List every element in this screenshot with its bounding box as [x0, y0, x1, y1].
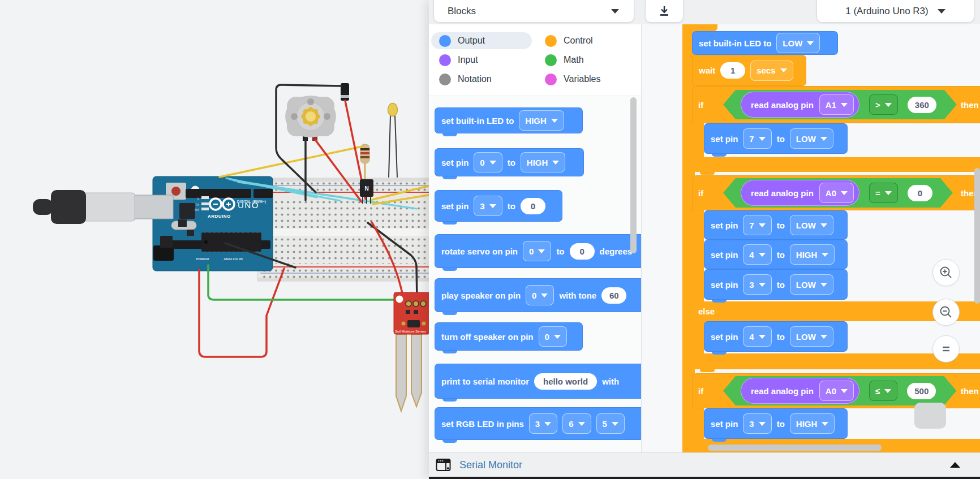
dropdown[interactable]: 0 — [539, 326, 567, 347]
c-block-spine[interactable] — [692, 321, 704, 353]
dropdown[interactable]: A1 — [819, 94, 854, 115]
workspace-block-set-pin-4-high[interactable]: set pin4toHIGH — [704, 240, 848, 269]
dropdown[interactable]: 3 — [474, 196, 502, 216]
value-input[interactable]: 0 — [570, 243, 595, 260]
block-label: rotate servo on pin — [441, 247, 518, 256]
dropdown[interactable]: 0 — [474, 152, 502, 172]
dc-motor[interactable] — [285, 96, 336, 141]
value-input[interactable]: 0 — [908, 185, 932, 201]
dropdown[interactable]: HIGH — [521, 152, 566, 172]
value-input[interactable]: 360 — [908, 97, 936, 113]
editor-mode-dropdown[interactable]: Blocks — [433, 0, 634, 23]
category-math[interactable]: Math — [537, 51, 638, 68]
dropdown[interactable]: 3 — [743, 413, 771, 434]
workspace-block-set-pin-7-low-2[interactable]: set pin7toLOW — [704, 210, 848, 240]
read-analog-pin-block[interactable]: read analog pinA0 — [741, 378, 859, 404]
dropdown[interactable]: 7 — [743, 128, 771, 149]
resistor[interactable] — [360, 144, 369, 180]
condition-hexagon[interactable]: read analog pinA0≤500 — [723, 376, 956, 405]
soil-moisture-sensor[interactable]: Soil Moisture Sensor — [394, 292, 430, 411]
read-analog-pin-block[interactable]: read analog pinA1 — [741, 92, 859, 118]
dropdown[interactable]: 0 — [523, 241, 551, 261]
workspace-block-set-built-in-led-low[interactable]: set built-in LED toLOW — [692, 31, 838, 55]
workspace-block-set-pin-3-low[interactable]: set pin3toLOW — [704, 269, 848, 300]
zoom-in-button[interactable] — [932, 259, 960, 286]
wire-red[interactable] — [199, 269, 284, 357]
dropdown[interactable]: LOW — [790, 326, 833, 347]
workspace-block-set-pin-4-low[interactable]: set pin4toLOW — [704, 321, 848, 352]
dropdown[interactable]: 3 — [529, 413, 557, 434]
value-input[interactable]: hello world — [534, 373, 597, 390]
comparison-dropdown[interactable]: > — [869, 94, 898, 115]
palette-block-set-built-in-led[interactable]: set built-in LED toHIGH — [435, 107, 583, 133]
dropdown[interactable]: 3 — [743, 274, 771, 295]
workspace-horizontal-scrollbar[interactable] — [708, 445, 882, 451]
dropdown[interactable]: LOW — [790, 128, 833, 149]
block-label: set pin — [711, 134, 738, 144]
value-input[interactable]: 500 — [907, 383, 936, 399]
dropdown[interactable]: 5 — [596, 413, 625, 434]
dropdown[interactable]: LOW — [776, 33, 820, 53]
value-input[interactable]: 1 — [720, 62, 745, 79]
dropdown[interactable]: A0 — [819, 183, 854, 203]
palette-block-play-speaker[interactable]: play speaker on pin0with tone60 — [435, 278, 641, 312]
chevron-up-icon[interactable] — [950, 462, 960, 468]
comparison-dropdown[interactable]: ≤ — [869, 381, 897, 401]
circuit-canvas[interactable]: DIGITAL (PWM~) UNO ARDUINO L TX RX POWER… — [0, 0, 430, 479]
palette-block-print-serial[interactable]: print to serial monitorhello worldwith — [435, 364, 641, 399]
dropdown[interactable]: LOW — [790, 215, 833, 235]
palette-block-rotate-servo[interactable]: rotate servo on pin0to0degrees — [435, 234, 641, 268]
c-block-arm[interactable] — [692, 157, 980, 172]
blocks-workspace[interactable]: set built-in LED toLOWwait1secsifread an… — [641, 24, 980, 452]
category-variables[interactable]: Variables — [537, 71, 638, 88]
condition-hexagon[interactable]: read analog pinA1>360 — [723, 90, 957, 119]
device-selector-dropdown[interactable]: 1 (Arduino Uno R3) — [816, 0, 974, 23]
condition-hexagon[interactable]: read analog pinA0=0 — [723, 178, 953, 208]
download-code-button[interactable] — [645, 0, 684, 23]
serial-monitor-bar[interactable]: Serial Monitor — [429, 452, 980, 477]
workspace-block-if-analog-a0-eq-0[interactable]: ifread analog pinA0=0then — [692, 175, 980, 210]
palette-block-set-rgb-led[interactable]: set RGB LED in pins365 — [435, 407, 641, 440]
palette-block-turn-off-speaker[interactable]: turn off speaker on pin0 — [435, 322, 583, 351]
dropdown[interactable]: LOW — [790, 274, 833, 295]
value-input[interactable]: 60 — [601, 287, 626, 304]
dropdown[interactable]: secs — [750, 61, 793, 81]
category-input[interactable]: Input — [431, 51, 532, 68]
dropdown[interactable]: 7 — [743, 215, 771, 235]
digital-pin-header[interactable] — [186, 189, 251, 198]
transistor-label: N — [364, 185, 368, 192]
block-palette-list[interactable]: set built-in LED toHIGHset pin0toHIGHset… — [429, 96, 641, 452]
chevron-down-icon — [820, 283, 827, 287]
zoom-out-button[interactable] — [932, 299, 960, 326]
workspace-block-set-pin-7-low-1[interactable]: set pin7toLOW — [704, 123, 848, 154]
palette-scrollbar[interactable] — [630, 97, 637, 253]
c-block-spine[interactable] — [692, 210, 704, 301]
comparison-dropdown[interactable]: = — [869, 183, 898, 203]
category-notation[interactable]: Notation — [431, 71, 532, 88]
palette-block-set-pin-state[interactable]: set pin0toHIGH — [435, 148, 584, 176]
zoom-fit-button[interactable] — [932, 335, 960, 363]
dropdown[interactable]: 4 — [743, 326, 771, 347]
dropdown[interactable]: 6 — [562, 413, 591, 434]
read-analog-pin-block[interactable]: read analog pinA0 — [741, 180, 859, 206]
gray-block-fragment[interactable] — [914, 403, 946, 429]
dropdown[interactable]: 4 — [743, 244, 771, 265]
value-input[interactable]: 0 — [521, 198, 545, 214]
dropdown[interactable]: HIGH — [519, 110, 564, 131]
dropdown[interactable]: HIGH — [790, 413, 835, 434]
category-output[interactable]: Output — [431, 32, 532, 49]
palette-block-set-pin-value[interactable]: set pin3to0 — [435, 190, 562, 222]
breadboard[interactable] — [257, 178, 430, 281]
workspace-block-wait-1-secs[interactable]: wait1secs — [692, 55, 806, 86]
workspace-vertical-scrollbar[interactable] — [974, 168, 980, 304]
c-block-spine[interactable] — [692, 123, 704, 157]
category-control[interactable]: Control — [537, 32, 638, 49]
led-yellow[interactable] — [388, 103, 398, 116]
workspace-block-set-pin-3-high[interactable]: set pin3toHIGH — [704, 408, 848, 439]
dropdown[interactable]: A0 — [819, 381, 854, 401]
usb-cable[interactable] — [33, 190, 173, 224]
dropdown[interactable]: 0 — [526, 285, 554, 305]
dropdown[interactable]: HIGH — [790, 244, 835, 265]
arduino-board[interactable]: DIGITAL (PWM~) UNO ARDUINO L TX RX POWER… — [153, 176, 273, 271]
workspace-block-if-analog-a1-gt-360[interactable]: ifread analog pinA1>360then — [692, 86, 980, 123]
